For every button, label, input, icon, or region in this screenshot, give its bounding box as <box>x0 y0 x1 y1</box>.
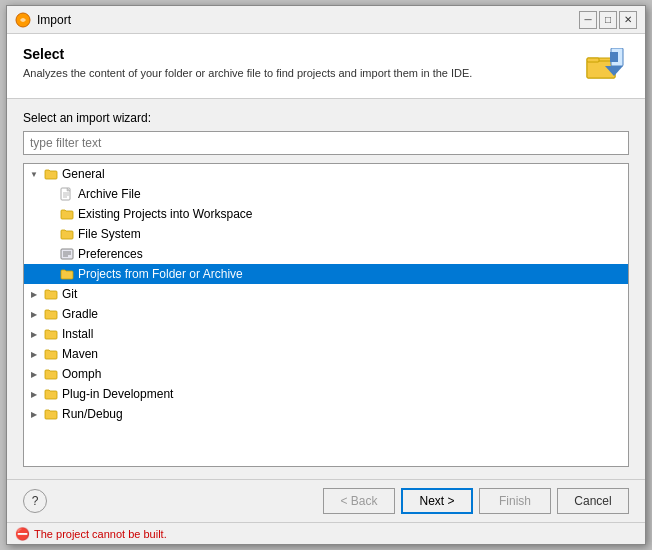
tree-label-maven: Maven <box>62 347 98 361</box>
tree-icon-git <box>43 286 59 302</box>
tree-icon-existing-projects <box>59 206 75 222</box>
tree-icon-run-debug <box>43 406 59 422</box>
expand-arrow-archive-file <box>44 188 56 200</box>
tree-label-gradle: Gradle <box>62 307 98 321</box>
tree-label-run-debug: Run/Debug <box>62 407 123 421</box>
expand-arrow-run-debug <box>28 408 40 420</box>
help-button[interactable]: ? <box>23 489 47 513</box>
tree-container[interactable]: General Archive File Existing Projects i… <box>23 163 629 467</box>
maximize-button[interactable]: □ <box>599 11 617 29</box>
expand-arrow-preferences <box>44 248 56 260</box>
tree-icon-file-system <box>59 226 75 242</box>
tree-item-plug-in-dev[interactable]: Plug-in Development <box>24 384 628 404</box>
tree-label-file-system: File System <box>78 227 141 241</box>
expand-arrow-existing-projects <box>44 208 56 220</box>
expand-arrow-plug-in-dev <box>28 388 40 400</box>
tree-item-projects-from-folder[interactable]: Projects from Folder or Archive <box>24 264 628 284</box>
footer-buttons: < Back Next > Finish Cancel <box>323 488 629 514</box>
tree-icon-maven <box>43 346 59 362</box>
expand-arrow-file-system <box>44 228 56 240</box>
header-icon <box>581 46 629 86</box>
filter-input[interactable] <box>23 131 629 155</box>
tree-label-install: Install <box>62 327 93 341</box>
error-icon: ⛔ <box>15 527 30 541</box>
tree-label-general: General <box>62 167 105 181</box>
tree-icon-oomph <box>43 366 59 382</box>
next-button[interactable]: Next > <box>401 488 473 514</box>
tree-item-general[interactable]: General <box>24 164 628 184</box>
tree-item-oomph[interactable]: Oomph <box>24 364 628 384</box>
back-button[interactable]: < Back <box>323 488 395 514</box>
expand-arrow-gradle <box>28 308 40 320</box>
dialog-body: Select an import wizard: General Archive… <box>7 99 645 479</box>
header-description: Analyzes the content of your folder or a… <box>23 66 543 81</box>
finish-button[interactable]: Finish <box>479 488 551 514</box>
tree-icon-gradle <box>43 306 59 322</box>
status-text: The project cannot be built. <box>34 528 167 540</box>
tree-icon-general <box>43 166 59 182</box>
header-text-block: Select Analyzes the content of your fold… <box>23 46 581 81</box>
expand-arrow-general <box>28 168 40 180</box>
tree-label-archive-file: Archive File <box>78 187 141 201</box>
tree-label-plug-in-dev: Plug-in Development <box>62 387 173 401</box>
tree-icon-projects-from-folder <box>59 266 75 282</box>
dialog-header: Select Analyzes the content of your fold… <box>7 34 645 99</box>
tree-label-preferences: Preferences <box>78 247 143 261</box>
tree-item-file-system[interactable]: File System <box>24 224 628 244</box>
expand-arrow-git <box>28 288 40 300</box>
title-bar: Import ─ □ ✕ <box>7 6 645 34</box>
tree-item-run-debug[interactable]: Run/Debug <box>24 404 628 424</box>
dialog-footer: ? < Back Next > Finish Cancel <box>7 479 645 522</box>
header-title: Select <box>23 46 581 62</box>
tree-label-oomph: Oomph <box>62 367 101 381</box>
tree-icon-install <box>43 326 59 342</box>
tree-item-install[interactable]: Install <box>24 324 628 344</box>
expand-arrow-install <box>28 328 40 340</box>
tree-item-git[interactable]: Git <box>24 284 628 304</box>
expand-arrow-oomph <box>28 368 40 380</box>
tree-icon-archive-file <box>59 186 75 202</box>
tree-icon-plug-in-dev <box>43 386 59 402</box>
window-controls: ─ □ ✕ <box>579 11 637 29</box>
cancel-button[interactable]: Cancel <box>557 488 629 514</box>
window-icon <box>15 12 31 28</box>
tree-label-git: Git <box>62 287 77 301</box>
import-dialog: Import ─ □ ✕ Select Analyzes the content… <box>6 5 646 545</box>
tree-icon-preferences <box>59 246 75 262</box>
tree-item-maven[interactable]: Maven <box>24 344 628 364</box>
tree-item-archive-file[interactable]: Archive File <box>24 184 628 204</box>
expand-arrow-projects-from-folder <box>44 268 56 280</box>
window-title: Import <box>37 13 579 27</box>
minimize-button[interactable]: ─ <box>579 11 597 29</box>
filter-label: Select an import wizard: <box>23 111 629 125</box>
close-button[interactable]: ✕ <box>619 11 637 29</box>
tree-item-gradle[interactable]: Gradle <box>24 304 628 324</box>
tree-label-projects-from-folder: Projects from Folder or Archive <box>78 267 243 281</box>
tree-item-existing-projects[interactable]: Existing Projects into Workspace <box>24 204 628 224</box>
expand-arrow-maven <box>28 348 40 360</box>
svg-rect-3 <box>587 58 599 62</box>
status-error: ⛔ The project cannot be built. <box>15 527 167 541</box>
svg-rect-6 <box>610 52 618 62</box>
tree-label-existing-projects: Existing Projects into Workspace <box>78 207 253 221</box>
tree-item-preferences[interactable]: Preferences <box>24 244 628 264</box>
status-bar: ⛔ The project cannot be built. <box>7 522 645 544</box>
